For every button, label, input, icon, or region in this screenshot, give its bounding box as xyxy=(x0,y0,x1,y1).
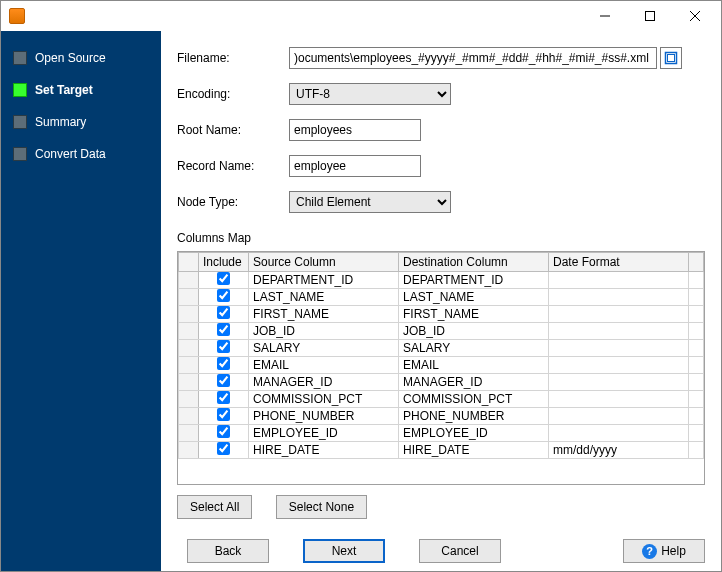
table-row[interactable]: EMPLOYEE_IDEMPLOYEE_ID xyxy=(179,425,704,442)
table-row[interactable]: MANAGER_IDMANAGER_ID xyxy=(179,374,704,391)
col-dest-header[interactable]: Destination Column xyxy=(399,253,549,272)
dest-cell[interactable]: EMAIL xyxy=(399,357,549,374)
format-cell[interactable] xyxy=(549,425,689,442)
table-row[interactable]: EMAILEMAIL xyxy=(179,357,704,374)
close-button[interactable] xyxy=(672,1,717,31)
root-name-input[interactable] xyxy=(289,119,421,141)
sidebar-item-label: Summary xyxy=(35,115,86,129)
include-checkbox[interactable] xyxy=(217,357,230,370)
table-row[interactable]: DEPARTMENT_IDDEPARTMENT_ID xyxy=(179,272,704,289)
dest-cell[interactable]: SALARY xyxy=(399,340,549,357)
source-cell[interactable]: PHONE_NUMBER xyxy=(249,408,399,425)
dest-cell[interactable]: LAST_NAME xyxy=(399,289,549,306)
dest-cell[interactable]: PHONE_NUMBER xyxy=(399,408,549,425)
record-name-label: Record Name: xyxy=(177,159,289,173)
maximize-button[interactable] xyxy=(627,1,672,31)
dest-cell[interactable]: HIRE_DATE xyxy=(399,442,549,459)
table-row[interactable]: FIRST_NAMEFIRST_NAME xyxy=(179,306,704,323)
format-cell[interactable] xyxy=(549,340,689,357)
table-row[interactable]: LAST_NAMELAST_NAME xyxy=(179,289,704,306)
source-cell[interactable]: COMMISSION_PCT xyxy=(249,391,399,408)
table-row[interactable]: JOB_IDJOB_ID xyxy=(179,323,704,340)
source-cell[interactable]: JOB_ID xyxy=(249,323,399,340)
include-checkbox[interactable] xyxy=(217,442,230,455)
source-cell[interactable]: MANAGER_ID xyxy=(249,374,399,391)
wizard-sidebar: Open Source Set Target Summary Convert D… xyxy=(1,31,161,571)
dest-cell[interactable]: MANAGER_ID xyxy=(399,374,549,391)
row-header[interactable] xyxy=(179,408,199,425)
col-include-header[interactable]: Include xyxy=(199,253,249,272)
filename-input[interactable] xyxy=(289,47,657,69)
source-cell[interactable]: EMAIL xyxy=(249,357,399,374)
record-name-input[interactable] xyxy=(289,155,421,177)
sidebar-item-summary[interactable]: Summary xyxy=(7,109,155,135)
sidebar-item-set-target[interactable]: Set Target xyxy=(7,77,155,103)
source-cell[interactable]: LAST_NAME xyxy=(249,289,399,306)
row-header[interactable] xyxy=(179,289,199,306)
encoding-select[interactable]: UTF-8 xyxy=(289,83,451,105)
include-checkbox[interactable] xyxy=(217,408,230,421)
include-checkbox[interactable] xyxy=(217,374,230,387)
row-header[interactable] xyxy=(179,374,199,391)
include-checkbox[interactable] xyxy=(217,272,230,285)
help-button[interactable]: ? Help xyxy=(623,539,705,563)
root-name-label: Root Name: xyxy=(177,123,289,137)
sidebar-item-open-source[interactable]: Open Source xyxy=(7,45,155,71)
format-cell[interactable] xyxy=(549,323,689,340)
node-type-select[interactable]: Child Element xyxy=(289,191,451,213)
svg-rect-5 xyxy=(668,55,675,62)
table-row[interactable]: SALARYSALARY xyxy=(179,340,704,357)
format-cell[interactable] xyxy=(549,289,689,306)
format-cell[interactable]: mm/dd/yyyy xyxy=(549,442,689,459)
format-cell[interactable] xyxy=(549,357,689,374)
row-header[interactable] xyxy=(179,340,199,357)
help-label: Help xyxy=(661,544,686,558)
table-row[interactable]: HIRE_DATEHIRE_DATEmm/dd/yyyy xyxy=(179,442,704,459)
dest-cell[interactable]: FIRST_NAME xyxy=(399,306,549,323)
table-row[interactable]: PHONE_NUMBERPHONE_NUMBER xyxy=(179,408,704,425)
dest-cell[interactable]: EMPLOYEE_ID xyxy=(399,425,549,442)
format-cell[interactable] xyxy=(549,408,689,425)
browse-button[interactable] xyxy=(660,47,682,69)
format-cell[interactable] xyxy=(549,272,689,289)
dest-cell[interactable]: DEPARTMENT_ID xyxy=(399,272,549,289)
row-header[interactable] xyxy=(179,306,199,323)
include-checkbox[interactable] xyxy=(217,323,230,336)
include-checkbox[interactable] xyxy=(217,425,230,438)
minimize-button[interactable] xyxy=(582,1,627,31)
select-all-button[interactable]: Select All xyxy=(177,495,252,519)
include-checkbox[interactable] xyxy=(217,306,230,319)
encoding-label: Encoding: xyxy=(177,87,289,101)
include-checkbox[interactable] xyxy=(217,289,230,302)
format-cell[interactable] xyxy=(549,374,689,391)
row-header[interactable] xyxy=(179,357,199,374)
row-header[interactable] xyxy=(179,391,199,408)
dest-cell[interactable]: COMMISSION_PCT xyxy=(399,391,549,408)
row-header[interactable] xyxy=(179,323,199,340)
row-header[interactable] xyxy=(179,272,199,289)
select-none-button[interactable]: Select None xyxy=(276,495,367,519)
next-button[interactable]: Next xyxy=(303,539,385,563)
col-spacer xyxy=(689,253,704,272)
dest-cell[interactable]: JOB_ID xyxy=(399,323,549,340)
row-header[interactable] xyxy=(179,442,199,459)
include-checkbox[interactable] xyxy=(217,391,230,404)
app-icon xyxy=(9,8,25,24)
format-cell[interactable] xyxy=(549,306,689,323)
format-cell[interactable] xyxy=(549,391,689,408)
back-button[interactable]: Back xyxy=(187,539,269,563)
step-bullet-icon xyxy=(13,115,27,129)
source-cell[interactable]: DEPARTMENT_ID xyxy=(249,272,399,289)
row-header[interactable] xyxy=(179,425,199,442)
source-cell[interactable]: SALARY xyxy=(249,340,399,357)
source-cell[interactable]: HIRE_DATE xyxy=(249,442,399,459)
source-cell[interactable]: EMPLOYEE_ID xyxy=(249,425,399,442)
include-checkbox[interactable] xyxy=(217,340,230,353)
col-source-header[interactable]: Source Column xyxy=(249,253,399,272)
sidebar-item-convert-data[interactable]: Convert Data xyxy=(7,141,155,167)
table-row[interactable]: COMMISSION_PCTCOMMISSION_PCT xyxy=(179,391,704,408)
cancel-button[interactable]: Cancel xyxy=(419,539,501,563)
source-cell[interactable]: FIRST_NAME xyxy=(249,306,399,323)
col-format-header[interactable]: Date Format xyxy=(549,253,689,272)
columns-map-title: Columns Map xyxy=(177,231,705,245)
